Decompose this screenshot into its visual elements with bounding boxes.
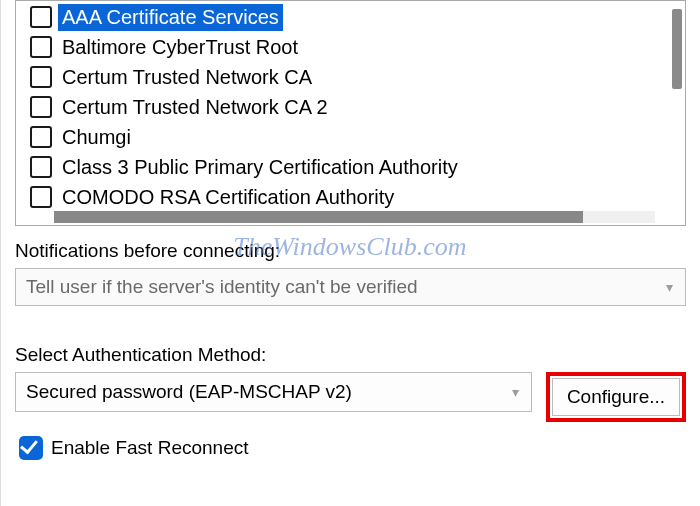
cert-item[interactable]: Class 3 Public Primary Certification Aut… bbox=[30, 153, 679, 181]
horizontal-scrollbar[interactable] bbox=[54, 211, 655, 223]
trusted-root-ca-list[interactable]: AAA Certificate Services Baltimore Cyber… bbox=[15, 0, 686, 226]
cert-label[interactable]: Certum Trusted Network CA bbox=[58, 64, 316, 91]
cert-label[interactable]: Baltimore CyberTrust Root bbox=[58, 34, 302, 61]
checkbox-icon[interactable] bbox=[30, 126, 52, 148]
cert-item[interactable]: Certum Trusted Network CA bbox=[30, 63, 679, 91]
cert-label[interactable]: Class 3 Public Primary Certification Aut… bbox=[58, 154, 462, 181]
checkbox-icon[interactable] bbox=[30, 6, 52, 28]
auth-method-label: Select Authentication Method: bbox=[15, 344, 686, 366]
auth-method-value: Secured password (EAP-MSCHAP v2) bbox=[26, 381, 352, 403]
fast-reconnect-label[interactable]: Enable Fast Reconnect bbox=[51, 437, 249, 459]
checkbox-icon[interactable] bbox=[30, 66, 52, 88]
configure-button-label: Configure... bbox=[567, 386, 665, 408]
cert-label[interactable]: AAA Certificate Services bbox=[58, 4, 283, 31]
checkbox-icon[interactable] bbox=[30, 96, 52, 118]
configure-highlight: Configure... bbox=[546, 372, 686, 422]
checkbox-icon[interactable] bbox=[30, 156, 52, 178]
cert-item[interactable]: COMODO RSA Certification Authority bbox=[30, 183, 679, 211]
chevron-down-icon: ▾ bbox=[512, 384, 519, 400]
cert-item[interactable]: Certum Trusted Network CA 2 bbox=[30, 93, 679, 121]
checkbox-icon[interactable] bbox=[30, 186, 52, 208]
notifications-dropdown[interactable]: Tell user if the server's identity can't… bbox=[15, 268, 686, 306]
notifications-label: Notifications before connecting: bbox=[15, 240, 686, 262]
vertical-scrollbar[interactable] bbox=[671, 9, 683, 209]
scrollbar-thumb[interactable] bbox=[54, 211, 583, 223]
chevron-down-icon: ▾ bbox=[666, 279, 673, 295]
notifications-value: Tell user if the server's identity can't… bbox=[26, 276, 418, 298]
cert-item[interactable]: AAA Certificate Services bbox=[30, 3, 679, 31]
scrollbar-thumb[interactable] bbox=[672, 9, 682, 89]
fast-reconnect-checkbox[interactable] bbox=[19, 436, 43, 460]
configure-button[interactable]: Configure... bbox=[552, 378, 680, 416]
cert-label[interactable]: Certum Trusted Network CA 2 bbox=[58, 94, 332, 121]
cert-item[interactable]: Baltimore CyberTrust Root bbox=[30, 33, 679, 61]
cert-label[interactable]: Chumgi bbox=[58, 124, 135, 151]
auth-method-dropdown[interactable]: Secured password (EAP-MSCHAP v2) ▾ bbox=[15, 372, 532, 412]
checkbox-icon[interactable] bbox=[30, 36, 52, 58]
cert-label[interactable]: COMODO RSA Certification Authority bbox=[58, 184, 398, 211]
cert-item[interactable]: Chumgi bbox=[30, 123, 679, 151]
